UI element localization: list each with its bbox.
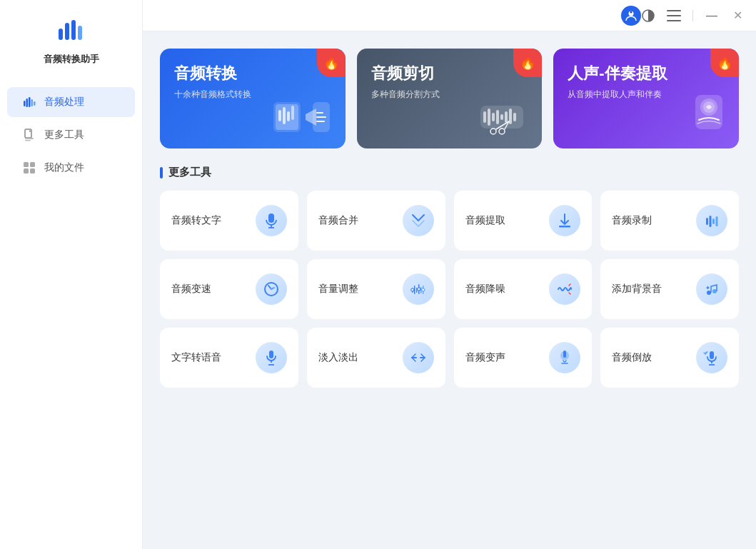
tool-audio-merge[interactable]: 音频合并 xyxy=(307,191,445,251)
svg-rect-27 xyxy=(291,106,294,120)
tool-audio-to-text[interactable]: 音频转文字 xyxy=(160,191,298,251)
file-icon xyxy=(21,127,37,143)
tool-audio-reverse[interactable]: 音频倒放 xyxy=(600,328,739,388)
tool-text-to-speech[interactable]: 文字转语音 xyxy=(160,328,298,388)
titlebar: — ✕ xyxy=(143,0,756,31)
tool-label: 文字转语音 xyxy=(171,351,221,364)
svg-rect-25 xyxy=(283,107,286,124)
app-logo: 音频转换助手 xyxy=(44,14,99,66)
tool-icon-audio-speed xyxy=(256,273,287,305)
tool-noise-reduce[interactable]: 音频降噪 xyxy=(454,259,593,319)
svg-rect-14 xyxy=(24,168,29,173)
tool-icon-audio-reverse xyxy=(696,342,727,373)
card-title: 人声-伴奏提取 xyxy=(568,63,725,84)
tool-label: 音频倒放 xyxy=(612,351,652,364)
tool-icon-voice-change xyxy=(549,342,580,373)
svg-rect-7 xyxy=(31,99,34,106)
svg-rect-43 xyxy=(268,213,274,223)
theme-toggle-button[interactable] xyxy=(641,9,655,23)
tool-icon-text-to-speech xyxy=(256,342,287,373)
tool-icon-add-bg-music xyxy=(696,273,727,305)
tool-fade-in-out[interactable]: 淡入淡出 xyxy=(307,328,445,388)
svg-rect-31 xyxy=(488,109,490,126)
svg-point-39 xyxy=(499,129,505,134)
tool-audio-extract[interactable]: 音频提取 xyxy=(454,191,593,251)
close-button[interactable]: ✕ xyxy=(730,9,745,23)
tool-icon-audio-to-text xyxy=(256,205,287,236)
svg-rect-48 xyxy=(710,216,712,227)
tool-icon-noise-reduce xyxy=(549,273,580,305)
sidebar-item-label: 更多工具 xyxy=(44,129,84,141)
card-illustration xyxy=(473,91,530,141)
svg-rect-49 xyxy=(712,218,715,224)
svg-rect-66 xyxy=(563,351,566,358)
svg-rect-20 xyxy=(667,15,681,16)
feature-cards: 🔥 音频转换 十余种音频格式转换 xyxy=(160,49,739,148)
svg-rect-8 xyxy=(34,101,36,106)
tool-label: 淡入淡出 xyxy=(318,351,358,364)
card-title: 音频转换 xyxy=(174,63,331,84)
svg-rect-47 xyxy=(706,218,708,225)
svg-point-62 xyxy=(712,289,717,293)
minimize-button[interactable]: — xyxy=(705,9,719,23)
waveform-icon xyxy=(21,94,37,110)
svg-rect-63 xyxy=(269,351,273,358)
sidebar-item-my-files[interactable]: 我的文件 xyxy=(7,153,135,183)
svg-point-61 xyxy=(707,291,711,295)
svg-rect-4 xyxy=(24,101,26,106)
tool-icon-audio-merge xyxy=(403,205,434,236)
avatar xyxy=(621,6,641,26)
svg-rect-1 xyxy=(65,23,69,40)
svg-rect-2 xyxy=(71,20,76,40)
svg-rect-10 xyxy=(25,138,34,139)
tool-audio-speed[interactable]: 音频变速 xyxy=(160,259,298,319)
feature-card-audio-convert[interactable]: 🔥 音频转换 十余种音频格式转换 xyxy=(160,49,346,148)
tool-label: 添加背景音 xyxy=(612,283,662,296)
tools-grid: 音频转文字 音频合并 xyxy=(160,191,739,388)
svg-rect-46 xyxy=(559,226,570,228)
svg-rect-34 xyxy=(500,114,503,120)
svg-point-17 xyxy=(630,11,632,13)
hot-badge: 🔥 xyxy=(317,49,346,77)
tool-label: 音频转文字 xyxy=(171,214,221,227)
svg-rect-54 xyxy=(416,288,418,293)
sidebar-item-more-tools[interactable]: 更多工具 xyxy=(7,120,135,150)
menu-button[interactable] xyxy=(667,9,681,23)
tool-volume-adjust[interactable]: 音量调整 xyxy=(307,259,445,319)
card-illustration xyxy=(270,91,334,141)
tool-voice-change[interactable]: 音频变声 xyxy=(454,328,593,388)
svg-rect-67 xyxy=(710,351,714,359)
tool-audio-record[interactable]: 音频录制 xyxy=(600,191,739,251)
tool-label: 音频变声 xyxy=(465,351,505,364)
tool-icon-fade-in-out xyxy=(403,342,434,373)
card-title: 音频剪切 xyxy=(371,63,528,84)
sidebar-nav: 音频处理 更多工具 我的文件 xyxy=(0,87,142,183)
tool-label: 音量调整 xyxy=(318,283,358,296)
svg-rect-3 xyxy=(78,26,82,40)
svg-rect-5 xyxy=(26,99,29,107)
svg-rect-0 xyxy=(59,29,63,40)
tool-label: 音频变速 xyxy=(171,283,211,296)
svg-rect-24 xyxy=(278,110,281,121)
feature-card-vocal-extract[interactable]: 🔥 人声-伴奏提取 从音频中提取人声和伴奏 xyxy=(553,49,739,148)
tool-add-bg-music[interactable]: 添加背景音 xyxy=(600,259,739,319)
titlebar-center xyxy=(621,6,641,26)
titlebar-controls: — ✕ xyxy=(641,9,745,23)
tool-icon-audio-record xyxy=(696,205,727,236)
svg-rect-35 xyxy=(505,111,508,123)
tool-label: 音频录制 xyxy=(612,214,652,227)
svg-rect-30 xyxy=(483,111,486,123)
sidebar: 音频转换助手 音频处理 xyxy=(0,0,143,549)
sidebar-item-audio-processing[interactable]: 音频处理 xyxy=(7,87,135,117)
hot-badge: 🔥 xyxy=(513,49,542,77)
svg-rect-32 xyxy=(492,113,495,121)
svg-rect-19 xyxy=(667,10,681,11)
svg-rect-12 xyxy=(24,162,29,167)
sidebar-item-label: 音频处理 xyxy=(44,96,84,109)
svg-point-59 xyxy=(417,288,420,291)
feature-card-audio-cut[interactable]: 🔥 音频剪切 多种音频分割方式 xyxy=(357,49,543,148)
svg-point-58 xyxy=(410,288,413,291)
tool-icon-volume-adjust xyxy=(403,273,434,305)
tool-label: 音频降噪 xyxy=(465,283,505,296)
svg-rect-15 xyxy=(30,168,35,173)
